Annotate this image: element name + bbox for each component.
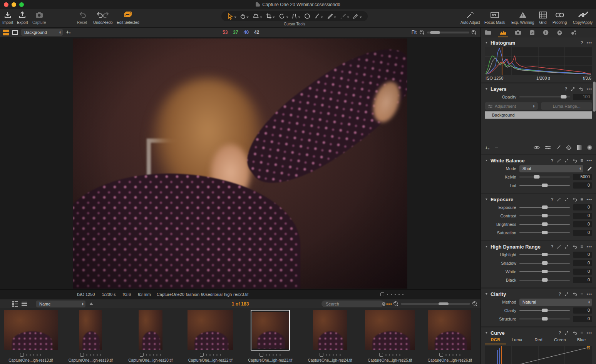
thumb-zoom-in-icon[interactable] — [472, 301, 477, 306]
auto-icon[interactable] — [557, 245, 561, 249]
zoom-in-icon[interactable] — [472, 30, 477, 35]
undo-redo-button[interactable]: Undo/Redo — [93, 10, 113, 25]
copy-apply-button[interactable]: Copy/Apply — [573, 10, 593, 25]
structure-value[interactable]: 0 — [573, 316, 592, 322]
clarity-slider[interactable] — [519, 310, 570, 311]
annotation-tool[interactable] — [340, 13, 349, 19]
more-icon[interactable]: ••• — [586, 331, 592, 335]
gradient-mask-icon[interactable] — [577, 145, 582, 150]
primary-view-icon[interactable] — [12, 30, 18, 35]
color-tag-checkbox[interactable] — [380, 292, 384, 296]
detach-icon[interactable] — [564, 292, 569, 296]
black-value[interactable]: 0 — [573, 277, 592, 283]
thumbnail-size-slider[interactable] — [401, 303, 470, 305]
sort-by-dropdown[interactable]: Name ▲▼ — [36, 301, 85, 307]
luma-range-button[interactable]: Luma Range... — [541, 102, 592, 110]
thumb-zoom-out-icon[interactable] — [393, 301, 398, 306]
select-tool[interactable] — [227, 13, 236, 20]
rating-controls[interactable] — [380, 292, 403, 296]
erase-mask-icon[interactable] — [566, 145, 571, 150]
more-icon[interactable]: ••• — [586, 197, 592, 202]
tab-exposure[interactable] — [499, 28, 507, 37]
curve-tab-green[interactable]: Green — [549, 337, 571, 344]
reset-button[interactable]: Reset — [77, 10, 87, 25]
radial-mask-icon[interactable] — [587, 145, 592, 150]
grid-button[interactable]: Grid — [539, 10, 547, 25]
draw-mask-tool[interactable] — [314, 13, 323, 19]
thumbnail[interactable]: CaptureOne...igh-res26.tif — [420, 309, 480, 364]
clear-search-icon[interactable]: ✕ — [382, 302, 385, 306]
edit-selected-button[interactable]: Edit Selected — [117, 10, 139, 25]
kelvin-value[interactable]: 5000 — [573, 174, 592, 180]
kelvin-slider[interactable] — [519, 177, 570, 177]
help-icon[interactable]: ? — [581, 40, 583, 45]
thumbnail[interactable]: CaptureOne...igh-res19.tif — [61, 309, 121, 364]
remove-layer-button[interactable]: − — [495, 144, 498, 151]
curve-tab-rgb[interactable]: RGB — [485, 337, 506, 344]
highlight-slider[interactable] — [519, 254, 570, 255]
exposure-value[interactable]: 0 — [573, 204, 592, 210]
reset-adjustments-icon[interactable] — [578, 87, 583, 91]
draw-mask-icon[interactable] — [556, 145, 561, 150]
reset-adjustments-icon[interactable] — [572, 159, 577, 163]
search-input[interactable] — [326, 302, 380, 306]
exposure-warning-button[interactable]: Exp. Warning — [511, 10, 534, 25]
shadow-value[interactable]: 0 — [573, 260, 592, 266]
focus-mask-button[interactable]: Focus Mask — [484, 10, 505, 25]
auto-icon[interactable] — [557, 197, 561, 202]
thumb-checkbox[interactable] — [439, 353, 443, 357]
detach-icon[interactable] — [564, 245, 569, 249]
tab-settings[interactable] — [557, 28, 563, 37]
tab-library[interactable] — [485, 28, 491, 37]
layer-selector-dropdown[interactable]: Background ▲▼ — [21, 29, 63, 36]
rotate-tool[interactable] — [279, 13, 288, 19]
saturation-value[interactable]: 0 — [573, 230, 592, 236]
help-icon[interactable]: ? — [551, 197, 554, 202]
thumbnail[interactable]: CaptureOne...igh-res25.tif — [360, 309, 420, 364]
opacity-slider[interactable] — [519, 97, 570, 97]
detach-icon[interactable] — [571, 87, 575, 91]
clarity-value[interactable]: 0 — [573, 307, 592, 314]
collapse-chevron-icon[interactable]: ▼ — [485, 292, 488, 296]
help-icon[interactable]: ? — [551, 158, 554, 163]
star-dot[interactable] — [398, 294, 400, 295]
capture-button[interactable]: Capture — [32, 10, 46, 25]
reset-adjustments-icon[interactable] — [572, 331, 577, 335]
curve-tab-red[interactable]: Red — [528, 337, 549, 344]
detach-icon[interactable] — [564, 159, 569, 163]
thumb-checkbox[interactable] — [20, 353, 24, 357]
wb-eyedropper-icon[interactable] — [586, 166, 592, 172]
presets-menu-icon[interactable]: ≡ — [580, 330, 583, 336]
star-dot[interactable] — [402, 294, 403, 295]
star-dot[interactable] — [387, 294, 388, 295]
white-slider[interactable] — [519, 271, 570, 272]
viewer-zoom-slider[interactable] — [427, 32, 469, 33]
curve-chart[interactable] — [485, 346, 592, 364]
white-value[interactable]: 0 — [573, 269, 592, 275]
multi-view-icon[interactable] — [3, 30, 9, 35]
tab-info[interactable] — [543, 28, 549, 37]
layer-type-dropdown[interactable]: Adjustment ▲▼ — [485, 102, 538, 110]
thumb-checkbox[interactable] — [379, 353, 383, 357]
zoom-out-icon[interactable] — [420, 30, 425, 35]
help-icon[interactable]: ? — [565, 87, 568, 91]
collapse-chevron-icon[interactable]: ▼ — [485, 198, 488, 201]
reset-adjustments-icon[interactable] — [572, 292, 577, 296]
tab-plugins[interactable] — [571, 28, 577, 37]
erase-tool[interactable] — [353, 13, 362, 19]
black-slider[interactable] — [519, 280, 570, 281]
presets-menu-icon[interactable]: ≡ — [580, 197, 583, 202]
detach-icon[interactable] — [564, 331, 569, 335]
wb-mode-dropdown[interactable]: Shot ▲▼ — [519, 165, 583, 172]
more-icon[interactable]: ••• — [586, 87, 592, 91]
tint-slider[interactable] — [519, 185, 570, 186]
auto-adjust-button[interactable]: Auto Adjust — [460, 10, 480, 25]
layer-visibility-icon[interactable] — [534, 145, 540, 150]
thumb-checkbox[interactable] — [80, 353, 84, 357]
star-dot[interactable] — [395, 294, 396, 295]
star-dot[interactable] — [391, 294, 392, 295]
highlight-value[interactable]: 0 — [573, 252, 592, 258]
help-icon[interactable]: ? — [559, 292, 561, 296]
filter-presets-icon[interactable]: ••• — [386, 301, 392, 307]
pick-color-tool[interactable] — [327, 13, 336, 19]
